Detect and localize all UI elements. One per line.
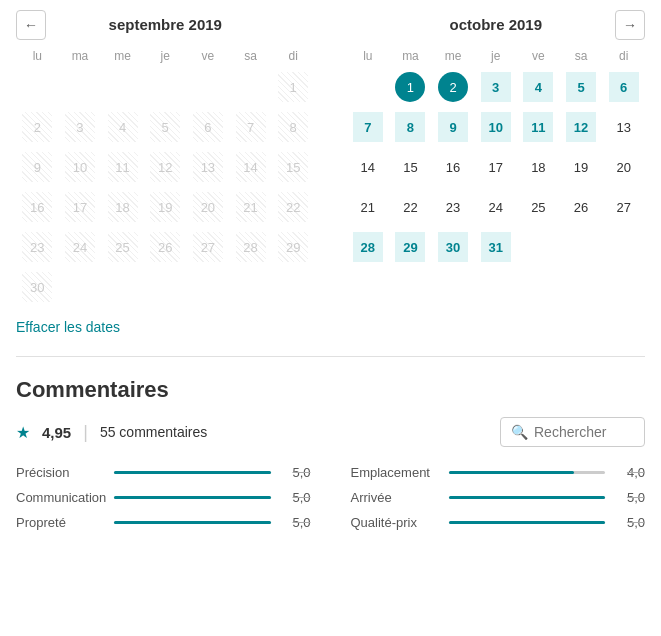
day[interactable]: 7 bbox=[353, 112, 383, 142]
day[interactable]: 3 bbox=[65, 112, 95, 142]
day[interactable]: 20 bbox=[609, 152, 639, 182]
day[interactable]: 28 bbox=[236, 232, 266, 262]
day[interactable]: 11 bbox=[523, 112, 553, 142]
rating-bar-container bbox=[449, 471, 606, 474]
calendar-day-cell: 10 bbox=[59, 147, 102, 187]
day[interactable]: 16 bbox=[438, 152, 468, 182]
calendar-day-cell: 25 bbox=[101, 227, 144, 267]
weekday-header: me bbox=[432, 45, 475, 67]
calendar-day-cell: 18 bbox=[101, 187, 144, 227]
day[interactable]: 5 bbox=[150, 112, 180, 142]
rating-bar-container bbox=[114, 471, 271, 474]
day[interactable]: 12 bbox=[566, 112, 596, 142]
september-title: septembre 2019 bbox=[109, 16, 222, 33]
rating-label: Arrivée bbox=[351, 490, 441, 505]
rating-item: Propreté5,0 bbox=[16, 515, 311, 530]
day[interactable]: 13 bbox=[609, 112, 639, 142]
day[interactable]: 27 bbox=[193, 232, 223, 262]
next-month-button[interactable]: → bbox=[615, 10, 645, 40]
calendar-day-cell: 26 bbox=[560, 187, 603, 227]
day[interactable]: 21 bbox=[236, 192, 266, 222]
prev-month-button[interactable]: ← bbox=[16, 10, 46, 40]
day[interactable]: 24 bbox=[65, 232, 95, 262]
calendar-day-cell: 23 bbox=[432, 187, 475, 227]
day[interactable]: 23 bbox=[438, 192, 468, 222]
day[interactable]: 2 bbox=[22, 112, 52, 142]
day[interactable]: 9 bbox=[22, 152, 52, 182]
calendar-day-cell bbox=[347, 67, 390, 107]
calendar-day-cell bbox=[144, 67, 187, 107]
day[interactable]: 13 bbox=[193, 152, 223, 182]
weekday-header: ve bbox=[187, 45, 230, 67]
day[interactable]: 25 bbox=[523, 192, 553, 222]
rating-label: Communication bbox=[16, 490, 106, 505]
day[interactable]: 17 bbox=[65, 192, 95, 222]
rating-bar-background bbox=[114, 471, 271, 474]
day[interactable]: 29 bbox=[278, 232, 308, 262]
day[interactable]: 1 bbox=[395, 72, 425, 102]
day[interactable]: 14 bbox=[353, 152, 383, 182]
day[interactable]: 10 bbox=[65, 152, 95, 182]
rating-bar-background bbox=[114, 521, 271, 524]
day[interactable]: 21 bbox=[353, 192, 383, 222]
day[interactable]: 26 bbox=[150, 232, 180, 262]
day[interactable]: 8 bbox=[278, 112, 308, 142]
day[interactable]: 19 bbox=[566, 152, 596, 182]
day[interactable]: 5 bbox=[566, 72, 596, 102]
calendar-day-cell: 29 bbox=[389, 227, 432, 267]
day[interactable]: 6 bbox=[193, 112, 223, 142]
day[interactable]: 15 bbox=[278, 152, 308, 182]
rating-bar-background bbox=[449, 496, 606, 499]
day[interactable]: 4 bbox=[108, 112, 138, 142]
day[interactable]: 7 bbox=[236, 112, 266, 142]
day[interactable]: 31 bbox=[481, 232, 511, 262]
day[interactable]: 22 bbox=[278, 192, 308, 222]
day[interactable]: 27 bbox=[609, 192, 639, 222]
search-box[interactable]: 🔍 bbox=[500, 417, 645, 447]
day[interactable]: 15 bbox=[395, 152, 425, 182]
day[interactable]: 28 bbox=[353, 232, 383, 262]
day[interactable]: 11 bbox=[108, 152, 138, 182]
day[interactable]: 25 bbox=[108, 232, 138, 262]
rating-item: Précision5,0 bbox=[16, 465, 311, 480]
rating-item: Qualité-prix5,0 bbox=[351, 515, 646, 530]
calendar-day-cell: 17 bbox=[59, 187, 102, 227]
calendar-day-cell: 28 bbox=[347, 227, 390, 267]
calendar-day-cell: 19 bbox=[560, 147, 603, 187]
day[interactable]: 3 bbox=[481, 72, 511, 102]
rating-value: 5,0 bbox=[617, 515, 645, 530]
day[interactable]: 14 bbox=[236, 152, 266, 182]
commentaires-section: Commentaires ★ 4,95 | 55 commentaires 🔍 … bbox=[16, 377, 645, 530]
day[interactable]: 16 bbox=[22, 192, 52, 222]
day[interactable]: 8 bbox=[395, 112, 425, 142]
day[interactable]: 10 bbox=[481, 112, 511, 142]
calendar-day-cell bbox=[187, 267, 230, 307]
day[interactable]: 18 bbox=[108, 192, 138, 222]
calendar-day-cell: 25 bbox=[517, 187, 560, 227]
day[interactable]: 30 bbox=[22, 272, 52, 302]
calendar-day-cell: 24 bbox=[59, 227, 102, 267]
day[interactable]: 17 bbox=[481, 152, 511, 182]
ratings-grid: Précision5,0Emplacement4,0Communication5… bbox=[16, 465, 645, 530]
day[interactable]: 12 bbox=[150, 152, 180, 182]
day[interactable]: 9 bbox=[438, 112, 468, 142]
day[interactable]: 18 bbox=[523, 152, 553, 182]
day[interactable]: 24 bbox=[481, 192, 511, 222]
rating-value: 4,0 bbox=[617, 465, 645, 480]
day[interactable]: 30 bbox=[438, 232, 468, 262]
day[interactable]: 6 bbox=[609, 72, 639, 102]
search-input[interactable] bbox=[534, 424, 634, 440]
day[interactable]: 2 bbox=[438, 72, 468, 102]
day[interactable]: 4 bbox=[523, 72, 553, 102]
day[interactable]: 20 bbox=[193, 192, 223, 222]
clear-dates-link[interactable]: Effacer les dates bbox=[16, 319, 120, 335]
day[interactable]: 1 bbox=[278, 72, 308, 102]
day[interactable]: 19 bbox=[150, 192, 180, 222]
calendar-day-cell: 7 bbox=[229, 107, 272, 147]
day[interactable]: 23 bbox=[22, 232, 52, 262]
review-count: 55 commentaires bbox=[100, 424, 207, 440]
day[interactable]: 26 bbox=[566, 192, 596, 222]
calendar-day-cell: 19 bbox=[144, 187, 187, 227]
day[interactable]: 22 bbox=[395, 192, 425, 222]
day[interactable]: 29 bbox=[395, 232, 425, 262]
